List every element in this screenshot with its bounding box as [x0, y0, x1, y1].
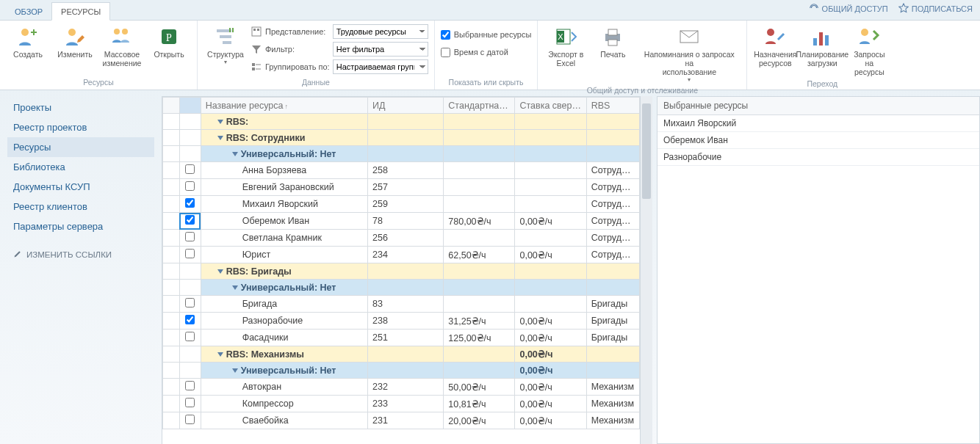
- cell-over[interactable]: [515, 162, 586, 179]
- col-id[interactable]: ИД: [368, 98, 444, 114]
- cell-name[interactable]: Фасадчики: [201, 330, 367, 346]
- cell-rbs[interactable]: Механизм: [586, 396, 639, 412]
- sidebar-item-resources[interactable]: Ресурсы: [7, 137, 154, 157]
- cell-rate[interactable]: [444, 162, 515, 179]
- edit-button[interactable]: Изменить: [53, 23, 97, 60]
- cell-rate[interactable]: 62,50₴/ч: [444, 247, 515, 263]
- cell-over[interactable]: [515, 230, 586, 247]
- row-checkbox[interactable]: [185, 315, 195, 324]
- share-button[interactable]: ОБЩИЙ ДОСТУП: [809, 3, 888, 15]
- group-select[interactable]: Настраиваемая групп: [333, 59, 428, 74]
- table-row[interactable]: Сваебойка 231 20,00₴/ч 0,00₴/ч Механизм: [163, 412, 640, 429]
- chk-selected-resources[interactable]: Выбранные ресурсы: [441, 26, 532, 43]
- cell-rate[interactable]: 50,00₴/ч: [444, 379, 515, 396]
- group-row[interactable]: RBS: Механизмы0,00₴/ч: [163, 346, 640, 363]
- cell-over[interactable]: [515, 196, 586, 213]
- cell-over[interactable]: [515, 296, 586, 313]
- reminders-button[interactable]: Напоминания о запросах на использование …: [638, 23, 741, 84]
- chk-time-input[interactable]: [441, 48, 450, 57]
- table-row[interactable]: Автокран 232 50,00₴/ч 0,00₴/ч Механизм: [163, 379, 640, 396]
- row-checkbox[interactable]: [185, 398, 195, 407]
- view-select[interactable]: Трудовые ресурсы: [333, 24, 428, 39]
- table-row[interactable]: Фасадчики 251 125,00₴/ч 0,00₴/ч Бригады: [163, 330, 640, 346]
- row-checkbox[interactable]: [185, 381, 195, 390]
- cell-id[interactable]: 231: [368, 412, 444, 429]
- col-marker[interactable]: [163, 98, 180, 114]
- table-row[interactable]: Михаил Яворский 259 Сотрудник: [163, 196, 640, 213]
- cell-rbs[interactable]: Механизм: [586, 379, 639, 396]
- sidebar-item-library[interactable]: Библиотека: [7, 157, 154, 177]
- cell-rate[interactable]: 780,00₴/ч: [444, 213, 515, 230]
- edit-links-button[interactable]: ИЗМЕНИТЬ ССЫЛКИ: [7, 242, 154, 267]
- cell-rbs[interactable]: Сотрудник: [586, 213, 639, 230]
- open-button[interactable]: P Открыть: [147, 23, 191, 60]
- load-planning-button[interactable]: Планирование загрузки: [800, 23, 844, 69]
- sidebar-item-project-registry[interactable]: Реестр проектов: [7, 117, 154, 137]
- cell-id[interactable]: 232: [368, 379, 444, 396]
- create-button[interactable]: Создать: [6, 23, 50, 60]
- resource-requests-button[interactable]: Запросы на ресурсы: [847, 23, 891, 78]
- cell-id[interactable]: 251: [368, 330, 444, 346]
- row-checkbox[interactable]: [185, 249, 195, 258]
- cell-name[interactable]: Светлана Крамник: [201, 230, 367, 247]
- cell-name[interactable]: Анна Борзяева: [201, 162, 367, 179]
- cell-id[interactable]: 256: [368, 230, 444, 247]
- table-row[interactable]: Оберемок Иван 78 780,00₴/ч 0,00₴/ч Сотру…: [163, 213, 640, 230]
- table-row[interactable]: Разнорабочие 238 31,25₴/ч 0,00₴/ч Бригад…: [163, 313, 640, 330]
- tab-resources[interactable]: РЕСУРСЫ: [51, 2, 110, 21]
- cell-name[interactable]: Разнорабочие: [201, 313, 367, 330]
- table-row[interactable]: Евгений Зарановский 257 Сотрудник: [163, 179, 640, 196]
- table-row[interactable]: Юрист 234 62,50₴/ч 0,00₴/ч Сотрудник: [163, 247, 640, 263]
- cell-rbs[interactable]: Сотрудник: [586, 230, 639, 247]
- cell-name[interactable]: Бригада: [201, 296, 367, 313]
- cell-rate[interactable]: 31,25₴/ч: [444, 313, 515, 330]
- resource-grid[interactable]: Название ресурса↑ ИД Стандартная ст Став…: [162, 96, 640, 444]
- cell-name[interactable]: Оберемок Иван: [201, 213, 367, 230]
- chk-selected-input[interactable]: [441, 30, 450, 40]
- row-checkbox[interactable]: [185, 415, 195, 424]
- cell-rbs[interactable]: Сотрудник: [586, 162, 639, 179]
- cell-rate[interactable]: 125,00₴/ч: [444, 330, 515, 346]
- cell-rbs[interactable]: Сотрудник: [586, 196, 639, 213]
- cell-over[interactable]: 0,00₴/ч: [515, 247, 586, 263]
- chk-time-with-date[interactable]: Время с датой: [441, 44, 532, 60]
- cell-name[interactable]: Евгений Зарановский: [201, 179, 367, 196]
- col-rate[interactable]: Стандартная ст: [444, 98, 515, 114]
- cell-name[interactable]: Михаил Яворский: [201, 196, 367, 213]
- cell-name[interactable]: Компрессор: [201, 396, 367, 412]
- filter-select[interactable]: Нет фильтра: [333, 42, 428, 57]
- sidebar-item-server-settings[interactable]: Параметры сервера: [7, 216, 154, 236]
- cell-over[interactable]: 0,00₴/ч: [515, 330, 586, 346]
- col-name[interactable]: Название ресурса↑: [201, 98, 367, 114]
- cell-id[interactable]: 233: [368, 396, 444, 412]
- cell-id[interactable]: 234: [368, 247, 444, 263]
- table-row[interactable]: Светлана Крамник 256 Сотрудник: [163, 230, 640, 247]
- subscribe-button[interactable]: ПОДПИСАТЬСЯ: [898, 3, 973, 15]
- cell-id[interactable]: 258: [368, 162, 444, 179]
- cell-id[interactable]: 238: [368, 313, 444, 330]
- cell-id[interactable]: 257: [368, 179, 444, 196]
- cell-id[interactable]: 259: [368, 196, 444, 213]
- sidebar-item-docs[interactable]: Документы КСУП: [7, 177, 154, 197]
- row-checkbox[interactable]: [185, 164, 195, 174]
- selected-resource-item[interactable]: Оберемок Иван: [657, 132, 979, 149]
- row-checkbox[interactable]: [185, 181, 195, 191]
- group-row[interactable]: Универсальный: Нет: [163, 146, 640, 162]
- row-checkbox[interactable]: [185, 298, 195, 307]
- print-button[interactable]: Печать: [591, 23, 635, 60]
- cell-rate[interactable]: [444, 230, 515, 247]
- cell-over[interactable]: 0,00₴/ч: [515, 213, 586, 230]
- table-row[interactable]: Компрессор 233 10,81₴/ч 0,00₴/ч Механизм: [163, 396, 640, 412]
- cell-rbs[interactable]: Механизм: [586, 412, 639, 429]
- group-row[interactable]: RBS: Сотрудники: [163, 130, 640, 146]
- cell-name[interactable]: Автокран: [201, 379, 367, 396]
- group-row[interactable]: RBS: Бригады: [163, 263, 640, 280]
- cell-rbs[interactable]: Бригады: [586, 330, 639, 346]
- row-checkbox[interactable]: [185, 332, 195, 341]
- cell-name[interactable]: Юрист: [201, 247, 367, 263]
- row-checkbox[interactable]: [185, 215, 195, 225]
- col-rbs[interactable]: RBS: [586, 98, 639, 114]
- cell-rbs[interactable]: Бригады: [586, 296, 639, 313]
- cell-rate[interactable]: [444, 296, 515, 313]
- cell-rbs[interactable]: Бригады: [586, 313, 639, 330]
